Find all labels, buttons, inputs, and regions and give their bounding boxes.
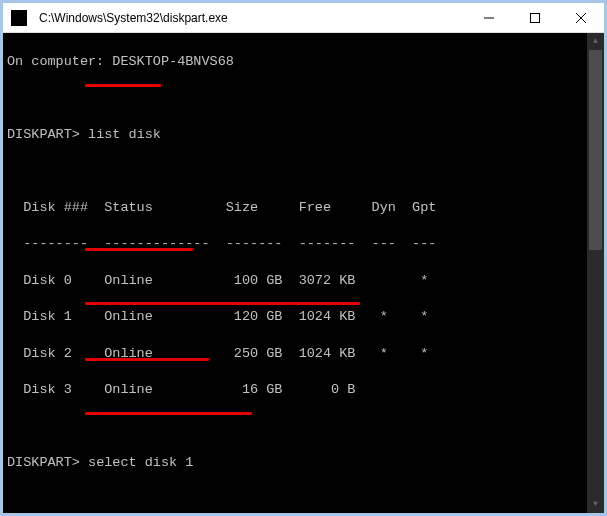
window-controls: [466, 3, 604, 33]
blank: [7, 163, 600, 181]
highlight-underline: [85, 302, 360, 305]
table-row: Disk 3 Online 16 GB 0 B: [7, 381, 600, 399]
highlight-underline: [85, 358, 209, 361]
scrollbar-track[interactable]: [587, 50, 604, 496]
minimize-button[interactable]: [466, 3, 512, 33]
computer-line: On computer: DESKTOP-4BNVS68: [7, 53, 600, 71]
app-icon: [11, 10, 27, 26]
scroll-up-icon[interactable]: ▲: [587, 33, 604, 50]
table-header: Disk ### Status Size Free Dyn Gpt: [7, 199, 600, 217]
titlebar: C:\Windows\System32\diskpart.exe: [3, 3, 604, 33]
blank: [7, 90, 600, 108]
scrollbar-thumb[interactable]: [589, 50, 602, 250]
maximize-button[interactable]: [512, 3, 558, 33]
highlight-underline: [85, 412, 252, 415]
table-row: Disk 0 Online 100 GB 3072 KB *: [7, 272, 600, 290]
terminal-output[interactable]: On computer: DESKTOP-4BNVS68 DISKPART> l…: [3, 33, 604, 513]
close-button[interactable]: [558, 3, 604, 33]
prompt: DISKPART>: [7, 455, 80, 470]
command-select-disk: select disk 1: [88, 455, 193, 470]
blank: [7, 418, 600, 436]
scrollbar[interactable]: ▲ ▼: [587, 33, 604, 513]
blank: [7, 490, 600, 508]
scroll-down-icon[interactable]: ▼: [587, 496, 604, 513]
highlight-underline: [85, 248, 193, 251]
svg-rect-1: [531, 13, 540, 22]
prompt-line-1: DISKPART> list disk: [7, 126, 600, 144]
prompt-line-2: DISKPART> select disk 1: [7, 454, 600, 472]
prompt: DISKPART>: [7, 127, 80, 142]
command-list-disk: list disk: [88, 127, 161, 142]
window-title: C:\Windows\System32\diskpart.exe: [35, 11, 466, 25]
highlight-underline: [85, 84, 161, 87]
table-row: Disk 1 Online 120 GB 1024 KB * *: [7, 308, 600, 326]
